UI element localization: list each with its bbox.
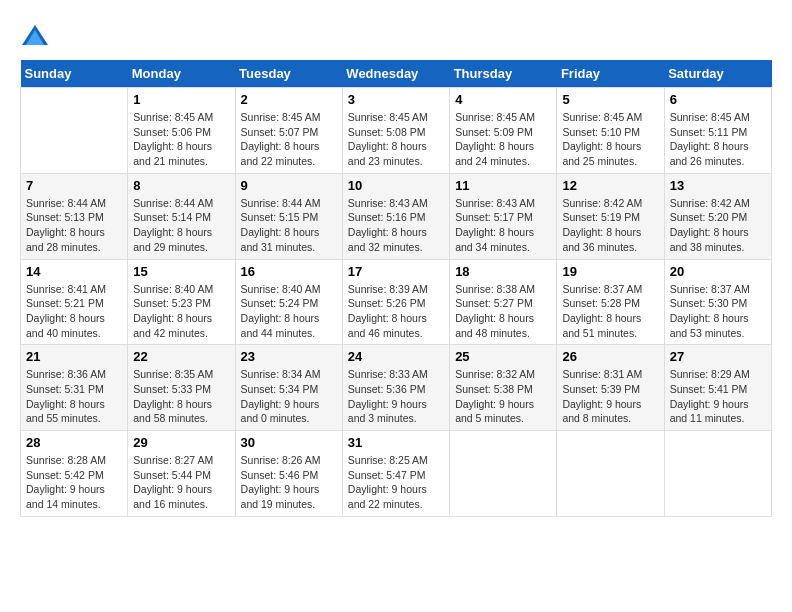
calendar-cell: 20 Sunrise: 8:37 AMSunset: 5:30 PMDaylig… xyxy=(664,259,771,345)
day-number: 7 xyxy=(26,178,122,193)
day-number: 17 xyxy=(348,264,444,279)
calendar-cell xyxy=(664,431,771,517)
day-number: 12 xyxy=(562,178,658,193)
day-number: 11 xyxy=(455,178,551,193)
day-number: 10 xyxy=(348,178,444,193)
calendar-cell: 13 Sunrise: 8:42 AMSunset: 5:20 PMDaylig… xyxy=(664,173,771,259)
calendar-cell: 3 Sunrise: 8:45 AMSunset: 5:08 PMDayligh… xyxy=(342,88,449,174)
day-detail: Sunrise: 8:38 AMSunset: 5:27 PMDaylight:… xyxy=(455,282,551,341)
day-detail: Sunrise: 8:45 AMSunset: 5:06 PMDaylight:… xyxy=(133,110,229,169)
day-detail: Sunrise: 8:42 AMSunset: 5:19 PMDaylight:… xyxy=(562,196,658,255)
header-day-monday: Monday xyxy=(128,60,235,88)
calendar-cell: 21 Sunrise: 8:36 AMSunset: 5:31 PMDaylig… xyxy=(21,345,128,431)
day-number: 29 xyxy=(133,435,229,450)
logo xyxy=(20,20,55,50)
day-detail: Sunrise: 8:39 AMSunset: 5:26 PMDaylight:… xyxy=(348,282,444,341)
day-detail: Sunrise: 8:36 AMSunset: 5:31 PMDaylight:… xyxy=(26,367,122,426)
calendar-table: SundayMondayTuesdayWednesdayThursdayFrid… xyxy=(20,60,772,517)
day-number: 2 xyxy=(241,92,337,107)
calendar-cell xyxy=(450,431,557,517)
calendar-cell: 10 Sunrise: 8:43 AMSunset: 5:16 PMDaylig… xyxy=(342,173,449,259)
header-day-thursday: Thursday xyxy=(450,60,557,88)
calendar-cell: 29 Sunrise: 8:27 AMSunset: 5:44 PMDaylig… xyxy=(128,431,235,517)
day-number: 25 xyxy=(455,349,551,364)
calendar-cell: 16 Sunrise: 8:40 AMSunset: 5:24 PMDaylig… xyxy=(235,259,342,345)
day-number: 26 xyxy=(562,349,658,364)
calendar-cell: 5 Sunrise: 8:45 AMSunset: 5:10 PMDayligh… xyxy=(557,88,664,174)
day-detail: Sunrise: 8:45 AMSunset: 5:08 PMDaylight:… xyxy=(348,110,444,169)
day-number: 15 xyxy=(133,264,229,279)
day-detail: Sunrise: 8:45 AMSunset: 5:07 PMDaylight:… xyxy=(241,110,337,169)
calendar-week-5: 28 Sunrise: 8:28 AMSunset: 5:42 PMDaylig… xyxy=(21,431,772,517)
calendar-cell: 23 Sunrise: 8:34 AMSunset: 5:34 PMDaylig… xyxy=(235,345,342,431)
calendar-cell: 18 Sunrise: 8:38 AMSunset: 5:27 PMDaylig… xyxy=(450,259,557,345)
header-day-saturday: Saturday xyxy=(664,60,771,88)
calendar-week-1: 1 Sunrise: 8:45 AMSunset: 5:06 PMDayligh… xyxy=(21,88,772,174)
day-detail: Sunrise: 8:25 AMSunset: 5:47 PMDaylight:… xyxy=(348,453,444,512)
calendar-header-row: SundayMondayTuesdayWednesdayThursdayFrid… xyxy=(21,60,772,88)
header xyxy=(20,20,772,50)
calendar-week-2: 7 Sunrise: 8:44 AMSunset: 5:13 PMDayligh… xyxy=(21,173,772,259)
logo-icon xyxy=(20,20,50,50)
day-number: 18 xyxy=(455,264,551,279)
calendar-cell: 28 Sunrise: 8:28 AMSunset: 5:42 PMDaylig… xyxy=(21,431,128,517)
day-number: 19 xyxy=(562,264,658,279)
day-number: 31 xyxy=(348,435,444,450)
day-number: 20 xyxy=(670,264,766,279)
calendar-cell: 4 Sunrise: 8:45 AMSunset: 5:09 PMDayligh… xyxy=(450,88,557,174)
header-day-wednesday: Wednesday xyxy=(342,60,449,88)
calendar-cell: 30 Sunrise: 8:26 AMSunset: 5:46 PMDaylig… xyxy=(235,431,342,517)
day-number: 8 xyxy=(133,178,229,193)
calendar-cell: 2 Sunrise: 8:45 AMSunset: 5:07 PMDayligh… xyxy=(235,88,342,174)
day-detail: Sunrise: 8:34 AMSunset: 5:34 PMDaylight:… xyxy=(241,367,337,426)
calendar-cell: 15 Sunrise: 8:40 AMSunset: 5:23 PMDaylig… xyxy=(128,259,235,345)
day-number: 5 xyxy=(562,92,658,107)
day-detail: Sunrise: 8:45 AMSunset: 5:10 PMDaylight:… xyxy=(562,110,658,169)
day-detail: Sunrise: 8:43 AMSunset: 5:16 PMDaylight:… xyxy=(348,196,444,255)
calendar-cell xyxy=(557,431,664,517)
day-detail: Sunrise: 8:31 AMSunset: 5:39 PMDaylight:… xyxy=(562,367,658,426)
day-number: 30 xyxy=(241,435,337,450)
day-detail: Sunrise: 8:44 AMSunset: 5:13 PMDaylight:… xyxy=(26,196,122,255)
day-detail: Sunrise: 8:28 AMSunset: 5:42 PMDaylight:… xyxy=(26,453,122,512)
day-detail: Sunrise: 8:45 AMSunset: 5:09 PMDaylight:… xyxy=(455,110,551,169)
calendar-cell: 19 Sunrise: 8:37 AMSunset: 5:28 PMDaylig… xyxy=(557,259,664,345)
calendar-week-4: 21 Sunrise: 8:36 AMSunset: 5:31 PMDaylig… xyxy=(21,345,772,431)
calendar-cell: 31 Sunrise: 8:25 AMSunset: 5:47 PMDaylig… xyxy=(342,431,449,517)
calendar-cell: 24 Sunrise: 8:33 AMSunset: 5:36 PMDaylig… xyxy=(342,345,449,431)
day-detail: Sunrise: 8:37 AMSunset: 5:28 PMDaylight:… xyxy=(562,282,658,341)
day-number: 3 xyxy=(348,92,444,107)
calendar-cell: 17 Sunrise: 8:39 AMSunset: 5:26 PMDaylig… xyxy=(342,259,449,345)
day-detail: Sunrise: 8:42 AMSunset: 5:20 PMDaylight:… xyxy=(670,196,766,255)
calendar-cell: 8 Sunrise: 8:44 AMSunset: 5:14 PMDayligh… xyxy=(128,173,235,259)
day-detail: Sunrise: 8:45 AMSunset: 5:11 PMDaylight:… xyxy=(670,110,766,169)
day-number: 24 xyxy=(348,349,444,364)
day-number: 9 xyxy=(241,178,337,193)
calendar-week-3: 14 Sunrise: 8:41 AMSunset: 5:21 PMDaylig… xyxy=(21,259,772,345)
calendar-cell: 27 Sunrise: 8:29 AMSunset: 5:41 PMDaylig… xyxy=(664,345,771,431)
header-day-tuesday: Tuesday xyxy=(235,60,342,88)
calendar-cell: 22 Sunrise: 8:35 AMSunset: 5:33 PMDaylig… xyxy=(128,345,235,431)
day-number: 16 xyxy=(241,264,337,279)
day-detail: Sunrise: 8:29 AMSunset: 5:41 PMDaylight:… xyxy=(670,367,766,426)
day-number: 23 xyxy=(241,349,337,364)
calendar-cell: 7 Sunrise: 8:44 AMSunset: 5:13 PMDayligh… xyxy=(21,173,128,259)
day-detail: Sunrise: 8:26 AMSunset: 5:46 PMDaylight:… xyxy=(241,453,337,512)
day-detail: Sunrise: 8:32 AMSunset: 5:38 PMDaylight:… xyxy=(455,367,551,426)
day-detail: Sunrise: 8:35 AMSunset: 5:33 PMDaylight:… xyxy=(133,367,229,426)
day-number: 22 xyxy=(133,349,229,364)
calendar-cell: 11 Sunrise: 8:43 AMSunset: 5:17 PMDaylig… xyxy=(450,173,557,259)
day-number: 4 xyxy=(455,92,551,107)
calendar-cell: 9 Sunrise: 8:44 AMSunset: 5:15 PMDayligh… xyxy=(235,173,342,259)
calendar-cell xyxy=(21,88,128,174)
day-number: 28 xyxy=(26,435,122,450)
day-detail: Sunrise: 8:41 AMSunset: 5:21 PMDaylight:… xyxy=(26,282,122,341)
day-detail: Sunrise: 8:27 AMSunset: 5:44 PMDaylight:… xyxy=(133,453,229,512)
calendar-cell: 12 Sunrise: 8:42 AMSunset: 5:19 PMDaylig… xyxy=(557,173,664,259)
day-number: 21 xyxy=(26,349,122,364)
day-detail: Sunrise: 8:37 AMSunset: 5:30 PMDaylight:… xyxy=(670,282,766,341)
day-number: 27 xyxy=(670,349,766,364)
day-detail: Sunrise: 8:43 AMSunset: 5:17 PMDaylight:… xyxy=(455,196,551,255)
header-day-friday: Friday xyxy=(557,60,664,88)
calendar-cell: 14 Sunrise: 8:41 AMSunset: 5:21 PMDaylig… xyxy=(21,259,128,345)
